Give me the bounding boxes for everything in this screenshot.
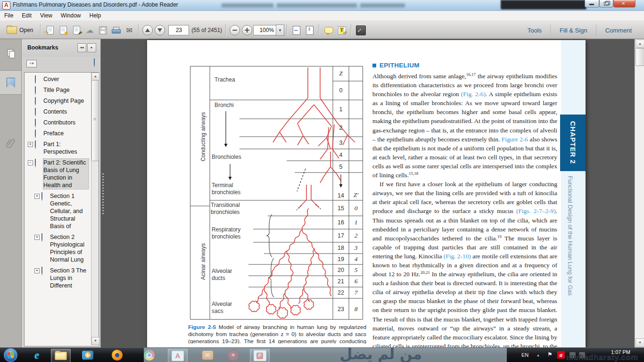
bookmark-label[interactable]: Contents: [43, 108, 89, 115]
bookmark-item[interactable]: Contributors: [25, 119, 91, 126]
collapse-box-icon[interactable]: −: [28, 160, 33, 165]
scroll-up-button[interactable]: ▲: [91, 73, 99, 81]
email-button[interactable]: ✉: [123, 24, 135, 36]
bookmark-label[interactable]: Copyright Page: [43, 97, 89, 105]
bookmark-item[interactable]: Cover: [25, 75, 91, 83]
attachments-button[interactable]: [0, 132, 21, 155]
hidden-icons-button[interactable]: ▲: [537, 354, 540, 357]
page-number-input[interactable]: 23: [168, 25, 189, 35]
fill-sign-tab[interactable]: Fill & Sign: [552, 27, 595, 34]
bookmark-label[interactable]: Contributors: [43, 119, 89, 126]
panel-resize-grip[interactable]: [101, 39, 105, 347]
minimize-button[interactable]: [585, 0, 599, 8]
sign-pen-icon: ✎: [73, 26, 80, 34]
scroll-down-button[interactable]: ▼: [91, 337, 99, 345]
language-indicator[interactable]: EN: [521, 352, 528, 358]
panel-flyout-button[interactable]: ▸: [87, 43, 96, 52]
expand-box-icon[interactable]: +: [34, 268, 40, 273]
bookmark-label[interactable]: Part 1: Perspectives: [43, 140, 89, 156]
save-button[interactable]: [97, 24, 109, 36]
open-button[interactable]: Open: [4, 24, 37, 36]
start-button[interactable]: [4, 348, 17, 362]
zoom-out-button[interactable]: −: [230, 25, 240, 35]
menu-window[interactable]: Window: [57, 11, 85, 19]
expand-box-icon[interactable]: +: [34, 194, 40, 199]
bookmark-item[interactable]: Copyright Page: [25, 97, 91, 105]
fit-width-button[interactable]: ↔: [290, 24, 303, 36]
close-button[interactable]: [613, 0, 636, 8]
create-pdf-button[interactable]: ✱: [57, 24, 69, 36]
collapse-panel-button[interactable]: ◂◂: [77, 43, 86, 52]
fullscreen-button[interactable]: [355, 24, 367, 36]
scrollbar-thumb[interactable]: [636, 48, 644, 66]
bookmark-item[interactable]: +Section 3 The Lungs in Different: [25, 267, 91, 289]
bookmarks-scrollbar[interactable]: ▲ ▼: [91, 73, 99, 345]
title-bar[interactable]: Fishmans Pulmonary Diseases and Disorder…: [0, 0, 644, 11]
bookmarks-panel-button[interactable]: [0, 70, 21, 95]
taskbar-media-player[interactable]: [78, 349, 97, 362]
page-thumbnails-button[interactable]: [0, 42, 21, 66]
bookmark-label[interactable]: Section 1 Genetic, Cellular, and Structu…: [50, 192, 91, 230]
bookmark-item[interactable]: +Section 2 Physiological Principles of N…: [25, 233, 91, 263]
tools-tab[interactable]: Tools: [520, 27, 549, 34]
previous-page-button[interactable]: [142, 25, 153, 35]
citation-superscript: 16,17: [466, 72, 476, 77]
citation-superscript: 19: [497, 234, 502, 239]
fit-page-button[interactable]: ⇕: [304, 24, 316, 36]
bookmark-label[interactable]: Part 2: Scientific Basis of Lung Functio…: [43, 159, 89, 189]
send-file-button[interactable]: ↷: [44, 24, 56, 36]
bookmark-item[interactable]: +Section 1 Genetic, Cellular, and Struct…: [25, 192, 91, 230]
next-page-button[interactable]: [155, 25, 165, 35]
bookmark-item[interactable]: −Part 2: Scientific Basis of Lung Functi…: [25, 159, 91, 189]
down-arrow-icon: [157, 28, 162, 32]
scrollbar-thumb[interactable]: [91, 80, 99, 161]
comment-tab[interactable]: Comment: [598, 27, 639, 34]
restore-button[interactable]: [599, 0, 613, 8]
menu-view[interactable]: View: [36, 11, 57, 19]
plus-icon: +: [244, 27, 250, 34]
figure-reference-link[interactable]: (Fig. 2-6): [461, 90, 486, 98]
taskbar: e P من لم يضل EN ▲ ⚑ a 1:07 PM muhadhara…: [0, 347, 644, 362]
taskbar-firefox[interactable]: [107, 349, 126, 362]
bookmark-item[interactable]: Contents: [25, 108, 91, 115]
zoom-in-button[interactable]: +: [242, 25, 252, 35]
action-center-flag-icon[interactable]: ⚑: [547, 351, 553, 358]
bookmark-label[interactable]: Preface: [43, 130, 89, 137]
bookmark-label[interactable]: Title Page: [43, 86, 89, 94]
taskbar-windows-explorer[interactable]: [51, 349, 71, 362]
generation-number: 18: [333, 242, 349, 254]
bookmark-label[interactable]: Cover: [43, 75, 89, 83]
menu-file[interactable]: File: [0, 11, 17, 19]
figure-reference-link[interactable]: (Fig. 2-10): [444, 253, 471, 260]
toolbar-separator: [40, 24, 41, 36]
bookmark-options-button[interactable]: ≡: [26, 60, 37, 67]
sticky-note-button[interactable]: [322, 24, 335, 36]
figure-reference-link[interactable]: (Figs. 2-7–2-9): [516, 207, 556, 214]
bookmark-label[interactable]: Section 2 Physiological Principles of No…: [50, 233, 91, 263]
document-canvas[interactable]: Z01234514Z′150161172183194205216227238 C…: [105, 39, 635, 347]
highlight-text-button[interactable]: [336, 24, 348, 36]
bookmark-item[interactable]: +Part 1: Perspectives: [25, 140, 91, 156]
document-scrollbar[interactable]: ▲ ▼: [635, 39, 644, 347]
scroll-down-button[interactable]: ▼: [636, 338, 644, 347]
menu-edit[interactable]: Edit: [17, 11, 36, 19]
menu-help[interactable]: Help: [85, 11, 106, 19]
scroll-up-button[interactable]: ▲: [636, 40, 644, 48]
print-button[interactable]: [110, 24, 122, 36]
sign-document-button[interactable]: ✎: [70, 24, 83, 36]
taskbar-internet-explorer[interactable]: e: [27, 349, 46, 362]
avira-tray-icon[interactable]: a: [557, 351, 565, 359]
figure-reference-link[interactable]: Figure 2-6: [502, 136, 528, 143]
zoom-level-input[interactable]: 100%: [253, 25, 276, 35]
new-bookmark-button[interactable]: [94, 59, 95, 67]
bookmark-item[interactable]: Title Page: [25, 86, 91, 94]
expand-box-icon[interactable]: +: [28, 142, 33, 147]
bookmark-label[interactable]: Section 3 The Lungs in Different: [50, 267, 91, 289]
zoom-dropdown-button[interactable]: ▼: [276, 25, 284, 36]
chapter-tab: CHAPTER 2: [560, 115, 586, 171]
cloud-upload-button[interactable]: ☁▲: [83, 24, 96, 36]
tab-separator: [596, 25, 597, 36]
bookmark-item[interactable]: Preface: [25, 130, 91, 137]
bookmark-icon: [7, 78, 15, 88]
expand-box-icon[interactable]: +: [34, 235, 40, 240]
